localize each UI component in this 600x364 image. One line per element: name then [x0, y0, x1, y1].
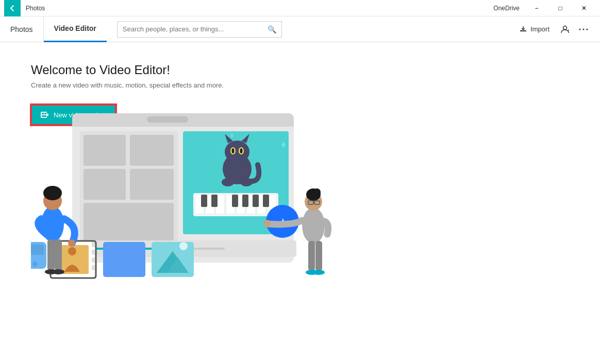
svg-rect-65 [92, 257, 95, 263]
svg-point-74 [266, 205, 299, 238]
svg-rect-54 [96, 248, 225, 250]
svg-rect-67 [56, 245, 89, 274]
svg-rect-84 [31, 242, 46, 269]
svg-rect-91 [308, 201, 313, 204]
svg-rect-34 [257, 195, 266, 214]
svg-rect-59 [51, 242, 54, 247]
svg-point-87 [302, 207, 325, 244]
svg-marker-53 [87, 245, 92, 252]
svg-marker-7 [47, 113, 49, 116]
svg-rect-8 [42, 113, 44, 114]
back-button[interactable] [4, 0, 21, 16]
svg-rect-35 [267, 195, 276, 214]
svg-rect-92 [314, 201, 320, 204]
svg-rect-22 [84, 203, 174, 249]
svg-point-68 [68, 247, 76, 255]
svg-rect-20 [84, 169, 126, 200]
svg-rect-0 [520, 30, 526, 31]
toolbar-right: Import [514, 21, 600, 38]
svg-rect-28 [195, 195, 204, 214]
svg-rect-31 [226, 195, 235, 214]
svg-point-3 [579, 28, 581, 30]
svg-rect-39 [242, 195, 248, 207]
import-icon [519, 25, 527, 33]
svg-rect-33 [246, 195, 256, 214]
svg-rect-94 [308, 241, 315, 271]
tab-video-editor[interactable]: Video Editor [44, 16, 107, 42]
svg-rect-9 [44, 113, 46, 114]
svg-rect-95 [315, 241, 322, 271]
svg-rect-30 [215, 195, 225, 214]
svg-marker-12 [93, 114, 105, 126]
window-controls: − □ ✕ [525, 0, 596, 16]
svg-rect-6 [41, 112, 47, 118]
svg-rect-63 [92, 242, 95, 247]
svg-rect-10 [42, 115, 46, 117]
svg-point-4 [583, 28, 585, 30]
more-options-button[interactable] [575, 21, 592, 38]
page-title: Welcome to Video Editor! [31, 63, 569, 77]
svg-point-5 [587, 28, 588, 30]
svg-point-90 [313, 188, 321, 196]
tab-photos[interactable]: Photos [0, 16, 44, 42]
more-button[interactable]: ··· [124, 108, 143, 123]
svg-point-57 [165, 247, 169, 251]
svg-rect-37 [211, 195, 218, 207]
svg-marker-71 [157, 251, 189, 273]
svg-rect-64 [92, 250, 95, 255]
svg-rect-85 [31, 245, 44, 255]
search-bar: 🔍 [117, 21, 282, 38]
svg-point-83 [68, 239, 75, 247]
import-button[interactable]: Import [514, 21, 555, 38]
svg-text:♪: ♪ [279, 214, 286, 230]
svg-rect-66 [92, 265, 95, 270]
onedrive-label: OneDrive [493, 5, 520, 12]
svg-point-78 [43, 186, 62, 200]
svg-point-97 [312, 270, 325, 275]
svg-point-1 [563, 26, 567, 29]
svg-point-56 [163, 245, 171, 253]
svg-rect-21 [130, 169, 174, 200]
maximize-button[interactable]: □ [548, 0, 572, 16]
svg-point-81 [45, 269, 57, 274]
page-subtitle: Create a new video with music, motion, s… [31, 81, 569, 89]
svg-rect-41 [263, 195, 269, 207]
minimize-button[interactable]: − [525, 0, 548, 16]
search-icon[interactable]: 🔍 [268, 25, 276, 33]
svg-point-77 [43, 192, 62, 210]
svg-rect-80 [55, 239, 62, 270]
svg-point-76 [41, 206, 64, 242]
user-icon-button[interactable] [557, 21, 573, 38]
svg-point-73 [179, 242, 188, 250]
app-name: Photos [26, 5, 493, 12]
arrow-annotation [89, 112, 109, 170]
svg-point-51 [240, 178, 253, 186]
svg-rect-55 [96, 248, 167, 250]
svg-line-2 [568, 30, 569, 31]
svg-point-89 [306, 188, 321, 201]
svg-rect-52 [80, 240, 296, 257]
svg-rect-27 [193, 193, 278, 216]
svg-point-98 [263, 220, 271, 227]
svg-rect-60 [51, 250, 54, 255]
svg-rect-32 [236, 195, 245, 214]
toolbar: Photos Video Editor 🔍 Import [0, 16, 600, 42]
svg-rect-40 [253, 195, 259, 207]
svg-point-82 [52, 269, 64, 274]
close-button[interactable]: ✕ [572, 0, 596, 16]
svg-rect-58 [51, 241, 96, 278]
svg-point-96 [306, 270, 318, 275]
svg-point-86 [32, 262, 38, 267]
svg-rect-29 [205, 195, 214, 214]
svg-point-88 [305, 193, 322, 211]
svg-rect-70 [152, 242, 194, 277]
action-row: New video project ··· [31, 105, 569, 125]
svg-point-50 [222, 178, 234, 186]
svg-rect-38 [232, 195, 238, 207]
video-icon [40, 110, 49, 119]
svg-rect-61 [51, 257, 54, 263]
main-content: Welcome to Video Editor! Create a new vi… [0, 42, 600, 166]
svg-rect-36 [201, 195, 207, 207]
search-input[interactable] [123, 25, 268, 33]
title-bar: Photos OneDrive − □ ✕ [0, 0, 600, 16]
